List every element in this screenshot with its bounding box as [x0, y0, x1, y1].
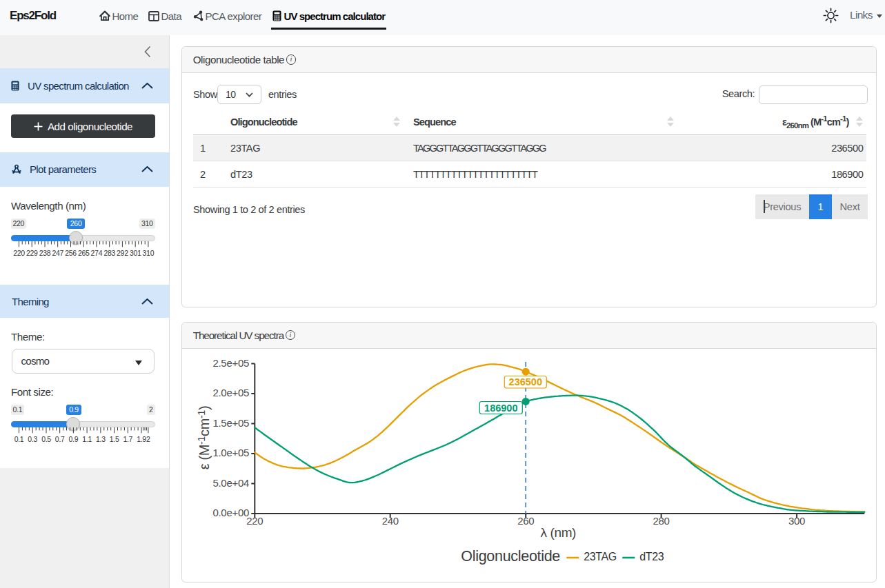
svg-text:1.5e+05: 1.5e+05: [212, 416, 249, 428]
svg-text:300: 300: [788, 515, 805, 527]
svg-text:0.0e+00: 0.0e+00: [212, 507, 249, 518]
svg-text:280: 280: [653, 515, 669, 527]
svg-text:23TAG: 23TAG: [584, 551, 617, 562]
svg-text:186900: 186900: [484, 402, 517, 413]
svg-text:5.0e+04: 5.0e+04: [212, 476, 249, 488]
svg-text:ε (M-1cm-1): ε (M-1cm-1): [196, 405, 212, 469]
svg-text:λ (nm): λ (nm): [540, 525, 576, 540]
svg-text:2.5e+05: 2.5e+05: [212, 360, 249, 369]
svg-text:260: 260: [517, 515, 534, 527]
svg-text:2.0e+05: 2.0e+05: [212, 387, 249, 398]
svg-text:dT23: dT23: [639, 551, 664, 562]
svg-text:1.0e+05: 1.0e+05: [212, 447, 249, 458]
svg-text:236500: 236500: [508, 376, 541, 387]
svg-text:240: 240: [381, 515, 398, 527]
svg-text:Oligonucleotide: Oligonucleotide: [461, 548, 560, 565]
